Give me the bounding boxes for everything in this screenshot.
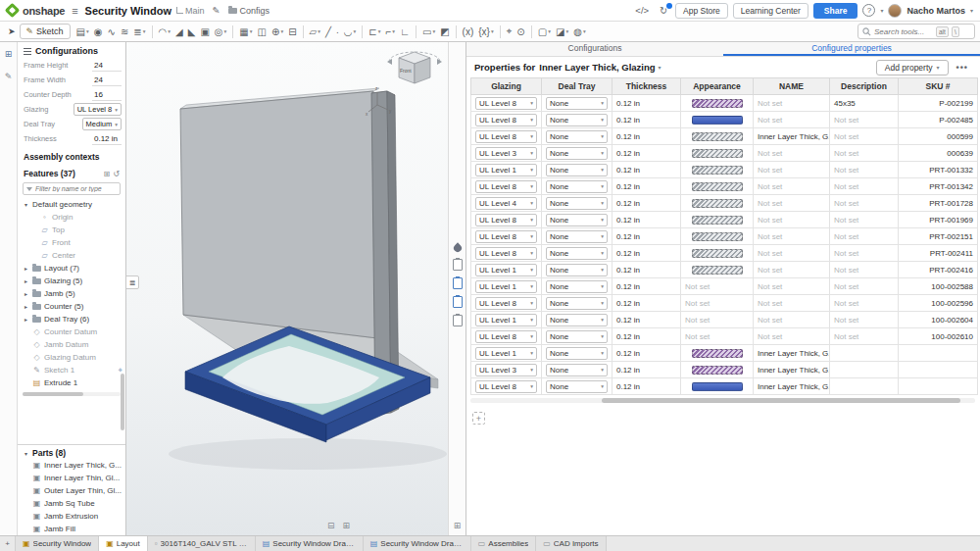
configured-properties-icon[interactable] <box>453 296 463 308</box>
deal-tray-select[interactable]: None▾ <box>546 364 608 376</box>
tab-security-window[interactable]: ▣Security Window <box>16 536 99 551</box>
part-inner-layer-thick-g[interactable]: Inner Layer Thick, G... <box>18 459 125 472</box>
config-select-deal-tray[interactable]: Medium▾ <box>82 118 122 130</box>
appearance-swatch[interactable] <box>692 199 743 208</box>
deal-tray-select[interactable]: None▾ <box>546 380 608 393</box>
tab-security-window-drawi[interactable]: ▤Security Window Drawi... <box>364 536 471 551</box>
more-options-icon[interactable]: ••• <box>953 63 972 73</box>
add-property-button[interactable]: Add property ▾ <box>876 60 949 75</box>
variable-icon[interactable]: (x) <box>461 24 476 40</box>
add-configuration-button[interactable]: + <box>472 412 485 425</box>
feature-glazing-5[interactable]: ▸Glazing (5) <box>18 275 125 287</box>
gusset-icon[interactable]: ◩ <box>438 24 451 40</box>
deal-tray-select[interactable]: None▾ <box>546 264 608 276</box>
glazing-select[interactable]: UL Level 3▾ <box>475 364 537 376</box>
column-header-glazing[interactable]: Glazing <box>471 78 542 95</box>
linear-pattern-icon[interactable]: ▦▾ <box>237 24 254 40</box>
deal-tray-select[interactable]: None▾ <box>546 97 608 110</box>
glazing-select[interactable]: UL Level 8▾ <box>475 214 537 226</box>
column-header-sku[interactable]: SKU # <box>899 78 978 95</box>
rename-icon[interactable]: ✎ <box>210 5 223 16</box>
deal-tray-select[interactable]: None▾ <box>546 180 608 193</box>
loft-icon[interactable]: ≋ <box>119 24 130 40</box>
tree-caret-icon[interactable]: ▸ <box>23 290 29 297</box>
tab-configurations[interactable]: Configurations <box>466 42 723 56</box>
feature-counter-datum[interactable]: Counter Datum <box>18 326 125 338</box>
tree-caret-icon[interactable]: ▸ <box>23 316 29 323</box>
appearance-swatch[interactable] <box>692 266 743 275</box>
tab-configured-properties[interactable]: Configured properties <box>723 42 980 56</box>
model-3d-view[interactable]: Front z x y <box>126 42 448 535</box>
appearance-swatch[interactable] <box>692 149 743 158</box>
graphics-viewport[interactable]: Front z x y ≣ ⊟ ⊞ <box>126 42 448 535</box>
tree-caret-icon[interactable]: ▾ <box>23 201 29 208</box>
deal-tray-select[interactable]: None▾ <box>546 280 608 293</box>
feature-jamb-5[interactable]: ▸Jamb (5) <box>18 287 125 300</box>
deal-tray-select[interactable]: None▾ <box>546 164 608 176</box>
plane-icon[interactable]: ▱▾ <box>308 24 322 40</box>
code-icon[interactable]: </> <box>632 5 652 16</box>
appearance-swatch[interactable] <box>692 166 743 175</box>
tree-caret-icon[interactable]: ▸ <box>23 265 29 272</box>
glazing-select[interactable]: UL Level 8▾ <box>475 247 537 260</box>
glazing-select[interactable]: UL Level 8▾ <box>475 297 537 310</box>
edit-icon[interactable]: ✎ <box>5 72 13 81</box>
user-name[interactable]: Nacho Martos <box>906 6 965 16</box>
deal-tray-select[interactable]: None▾ <box>546 330 608 343</box>
hscrollbar-thumb[interactable] <box>23 392 83 396</box>
part-inner-layer-thin-gl[interactable]: Inner Layer Thin, Gl... <box>18 472 125 484</box>
parts-header[interactable]: ▾ Parts (8) <box>18 445 125 459</box>
deal-tray-select[interactable]: None▾ <box>546 247 608 260</box>
appearance-swatch[interactable] <box>692 132 743 141</box>
updates-icon[interactable]: ↻ <box>657 5 670 16</box>
glazing-select[interactable]: UL Level 3▾ <box>475 147 537 160</box>
sweep-icon[interactable]: ∿ <box>106 24 118 40</box>
help-caret-icon[interactable]: ▾ <box>880 7 883 14</box>
rollback-icon[interactable]: ↺ <box>113 170 120 178</box>
part-jamb-fill[interactable]: Jamb Fill <box>18 523 125 535</box>
axis-icon[interactable]: ╱ <box>323 24 333 40</box>
part-jamb-extrusion[interactable]: Jamb Extrusion <box>18 510 125 523</box>
mass-properties-icon[interactable]: ⊙ <box>514 24 526 40</box>
config-input-frame-height[interactable]: 24 <box>92 60 122 72</box>
part-outer-layer-thin-gl[interactable]: Outer Layer Thin, Gl... <box>18 484 125 497</box>
deal-tray-select[interactable]: None▾ <box>546 147 608 160</box>
configured-features-icon[interactable] <box>453 277 463 289</box>
column-header-name[interactable]: NAME <box>754 78 830 95</box>
column-header-deal-tray[interactable]: Deal Tray <box>542 78 612 95</box>
tab-assemblies[interactable]: ▭Assemblies <box>471 536 536 551</box>
configuration-panel-icon[interactable] <box>453 259 463 271</box>
mirror-icon[interactable]: ◫ <box>256 24 269 40</box>
bend-icon[interactable]: ∟ <box>398 24 412 40</box>
feature-extrude-1[interactable]: Extrude 1 <box>18 376 125 389</box>
revolve-icon[interactable]: ◉ <box>92 24 105 40</box>
feature-layout-7[interactable]: ▸Layout (7) <box>18 262 125 275</box>
deal-tray-select[interactable]: None▾ <box>546 114 608 126</box>
deal-tray-select[interactable]: None▾ <box>546 130 608 143</box>
draft-icon[interactable]: ◣ <box>186 24 198 40</box>
feature-default-geometry[interactable]: ▾Default geometry <box>18 198 125 211</box>
help-button[interactable]: ? <box>862 4 875 17</box>
avatar[interactable] <box>888 4 902 18</box>
glazing-select[interactable]: UL Level 8▾ <box>475 130 537 143</box>
sketch-button[interactable]: ✎ Sketch <box>20 24 71 39</box>
config-select-glazing[interactable]: UL Level 8▾ <box>74 103 122 116</box>
select-tool-icon[interactable]: ➤ <box>5 26 19 36</box>
split-icon[interactable]: ⊟ <box>286 24 298 40</box>
measure-icon[interactable]: ⌖ <box>505 24 514 40</box>
table-hscrollbar-thumb[interactable] <box>602 398 960 403</box>
feature-jamb-datum[interactable]: Jamb Datum <box>18 338 125 351</box>
deal-tray-select[interactable]: None▾ <box>546 314 608 326</box>
flange-icon[interactable]: ⌐▾ <box>384 24 398 40</box>
variable-studio-icon[interactable]: {x}▾ <box>476 24 495 40</box>
feature-list-toggle[interactable]: ≣ <box>126 276 139 289</box>
glazing-select[interactable]: UL Level 1▾ <box>475 314 537 326</box>
thicken-icon[interactable]: ≣▾ <box>131 24 147 40</box>
config-input-frame-width[interactable]: 24 <box>92 75 122 86</box>
hole-icon[interactable]: ◎▾ <box>213 24 229 40</box>
appearance-swatch[interactable] <box>692 232 743 241</box>
deal-tray-select[interactable]: None▾ <box>546 347 608 360</box>
boolean-icon[interactable]: ⊕▾ <box>270 24 285 40</box>
glazing-select[interactable]: UL Level 8▾ <box>475 230 537 243</box>
named-views-icon[interactable]: ▢▾ <box>536 24 553 40</box>
